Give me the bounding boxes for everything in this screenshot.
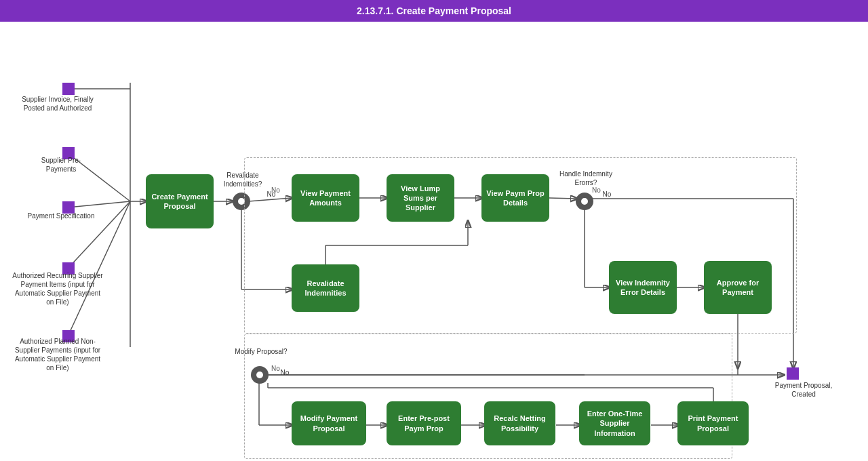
input-label-2: Supplier Pre-Payments: [27, 156, 95, 174]
title-bar: 2.13.7.1. Create Payment Proposal: [0, 0, 868, 22]
process-modify-payment-proposal[interactable]: Modify Payment Proposal: [292, 401, 366, 445]
gateway3-no-label: No: [275, 368, 295, 377]
page-title: 2.13.7.1. Create Payment Proposal: [357, 5, 511, 16]
input-square-1: [62, 83, 75, 95]
input-label-4: Authorized Recurring Supplier Payment It…: [10, 271, 105, 306]
svg-line-4: [68, 201, 130, 336]
gateway-label-3: Modify Proposal?: [234, 347, 288, 356]
input-label-3: Payment Specification: [27, 212, 95, 220]
process-create-payment-proposal[interactable]: Create Payment Proposal: [146, 174, 214, 228]
input-label-1: Supplier Invoice, Finally Posted and Aut…: [14, 95, 102, 113]
upper-section-boundary: [244, 157, 797, 334]
process-enter-prepost[interactable]: Enter Pre-post Paym Prop: [387, 401, 461, 445]
gateway-modify-proposal: [251, 366, 269, 384]
process-recalc-netting[interactable]: Recalc Netting Possibility: [484, 401, 555, 445]
output-label: Payment Proposal, Created: [770, 381, 837, 399]
output-square: [787, 367, 799, 380]
input-label-5: Authorized Planned Non-Supplier Payments…: [10, 337, 105, 372]
diagram-area: No No No Supplier Invoice, Finally Poste…: [0, 22, 868, 461]
process-print-payment[interactable]: Print Payment Proposal: [677, 401, 749, 445]
svg-line-2: [68, 201, 130, 207]
process-enter-onetime-supplier[interactable]: Enter One-Time Supplier Information: [579, 401, 650, 445]
